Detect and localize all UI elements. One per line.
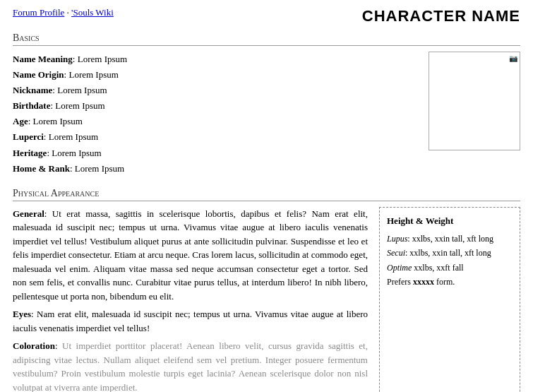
- eyes-text: Nam erat elit, malesuada id suscipit nec…: [13, 309, 368, 333]
- physical-title: Physical Appearance: [13, 188, 520, 201]
- physical-text: General: Ut erat massa, sagittis in scel…: [13, 207, 368, 392]
- hw-optime-line: Optime xxlbs, xxft fall: [387, 261, 513, 275]
- souls-wiki-link[interactable]: 'Souls Wiki: [71, 7, 114, 18]
- label-name-origin: Name Origin: [13, 69, 64, 80]
- label-age: Age: [13, 116, 28, 126]
- physical-content: General: Ut erat massa, sagittis in scel…: [13, 207, 520, 392]
- photo-box: 📷: [429, 52, 520, 150]
- coloration-text: Ut imperdiet porttitor placerat! Aenean …: [13, 340, 368, 392]
- hw-secui-value: xxlbs, xxin tall, xft long: [409, 248, 491, 258]
- hw-prefers-form: xxxxx: [413, 277, 434, 287]
- value-luperci: Lorem Ipsum: [49, 131, 98, 142]
- hw-lupus-value: xxlbs, xxin tall, xft long: [412, 234, 493, 244]
- field-age: Age: Lorem Ipsum: [13, 114, 407, 129]
- hw-optime-value: xxlbs, xxft fall: [414, 263, 463, 273]
- hw-prefers-suffix: form.: [436, 277, 455, 287]
- basics-content: Name Meaning: Lorem Ipsum Name Origin: L…: [13, 52, 520, 177]
- label-luperci: Luperci: [13, 131, 44, 142]
- hw-secui-line: Secui: xxlbs, xxin tall, xft long: [387, 246, 513, 260]
- label-nickname: Nickname: [13, 85, 52, 95]
- coloration-paragraph: Coloration: Ut imperdiet porttitor place…: [13, 339, 368, 392]
- nav-links: Forum Profile · 'Souls Wiki: [13, 7, 114, 18]
- field-home-rank: Home & Rank: Lorem Ipsum: [13, 161, 407, 177]
- nav-separator: ·: [67, 7, 69, 18]
- field-birthdate: Birthdate: Lorem Ipsum: [13, 98, 407, 114]
- hw-optime-label: Optime: [387, 263, 412, 273]
- height-weight-box: Height & Weight Lupus: xxlbs, xxin tall,…: [379, 207, 520, 392]
- field-nickname: Nickname: Lorem Ipsum: [13, 83, 407, 98]
- basics-title: Basics: [13, 32, 520, 46]
- general-label: General: [13, 208, 44, 219]
- basics-fields: Name Meaning: Lorem Ipsum Name Origin: L…: [13, 52, 407, 177]
- hw-title: Height & Weight: [387, 213, 513, 229]
- image-placeholder-icon: 📷: [509, 54, 517, 62]
- forum-profile-link[interactable]: Forum Profile: [13, 7, 64, 18]
- label-name-meaning: Name Meaning: [13, 54, 73, 64]
- coloration-label: Coloration: [13, 340, 55, 351]
- value-name-origin: Lorem Ipsum: [68, 69, 118, 80]
- field-heritage: Heritage: Lorem Ipsum: [13, 145, 407, 161]
- value-name-meaning: Lorem Ipsum: [78, 54, 127, 64]
- eyes-paragraph: Eyes: Nam erat elit, malesuada id suscip…: [13, 307, 368, 335]
- value-heritage: Lorem Ipsum: [52, 148, 101, 158]
- label-birthdate: Birthdate: [13, 100, 50, 111]
- label-heritage: Heritage: [13, 148, 47, 158]
- hw-lupus-line: Lupus: xxlbs, xxin tall, xft long: [387, 232, 513, 246]
- hw-prefers-line: Prefers xxxxx form.: [387, 275, 513, 289]
- general-paragraph: General: Ut erat massa, sagittis in scel…: [13, 207, 368, 304]
- value-birthdate: Lorem Ipsum: [55, 100, 104, 111]
- label-home-rank: Home & Rank: [13, 163, 70, 174]
- physical-section: Physical Appearance General: Ut erat mas…: [13, 188, 520, 392]
- hw-secui-label: Secui: [387, 248, 405, 258]
- hw-lupus-label: Lupus: [387, 234, 407, 244]
- character-name: CHARACTER NAME: [362, 7, 520, 25]
- general-text: Ut erat massa, sagittis in scelerisque l…: [13, 208, 368, 302]
- hw-prefers-text: Prefers: [387, 277, 411, 287]
- value-home-rank: Lorem Ipsum: [75, 163, 124, 174]
- value-age: Lorem Ipsum: [33, 116, 83, 126]
- eyes-label: Eyes: [13, 309, 31, 319]
- field-name-origin: Name Origin: Lorem Ipsum: [13, 67, 407, 83]
- value-nickname: Lorem Ipsum: [57, 85, 107, 95]
- field-name-meaning: Name Meaning: Lorem Ipsum: [13, 52, 407, 67]
- top-navigation: Forum Profile · 'Souls Wiki CHARACTER NA…: [13, 7, 520, 25]
- basics-section: Basics Name Meaning: Lorem Ipsum Name Or…: [13, 32, 520, 177]
- field-luperci: Luperci: Lorem Ipsum: [13, 129, 407, 145]
